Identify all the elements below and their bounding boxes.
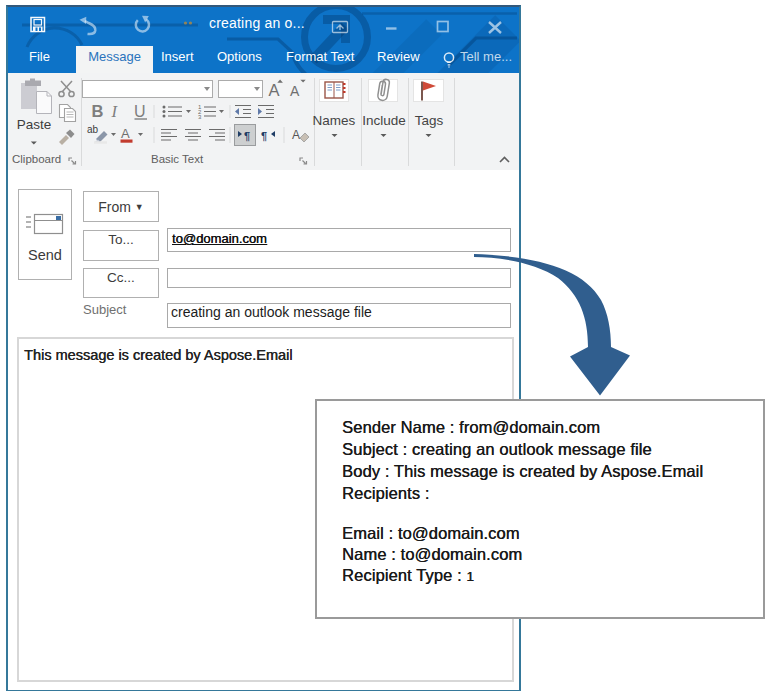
svg-text:ab: ab [87,124,99,135]
svg-text:A: A [290,83,300,99]
svg-text:¶: ¶ [261,130,267,142]
svg-text:A: A [269,81,280,99]
svg-text:¶: ¶ [244,130,250,142]
svg-text:A: A [121,126,130,141]
svg-text:U: U [134,103,146,120]
svg-text:I: I [111,102,119,121]
svg-text:3: 3 [198,114,202,120]
svg-text:A: A [292,128,300,142]
svg-text:B: B [92,102,104,120]
